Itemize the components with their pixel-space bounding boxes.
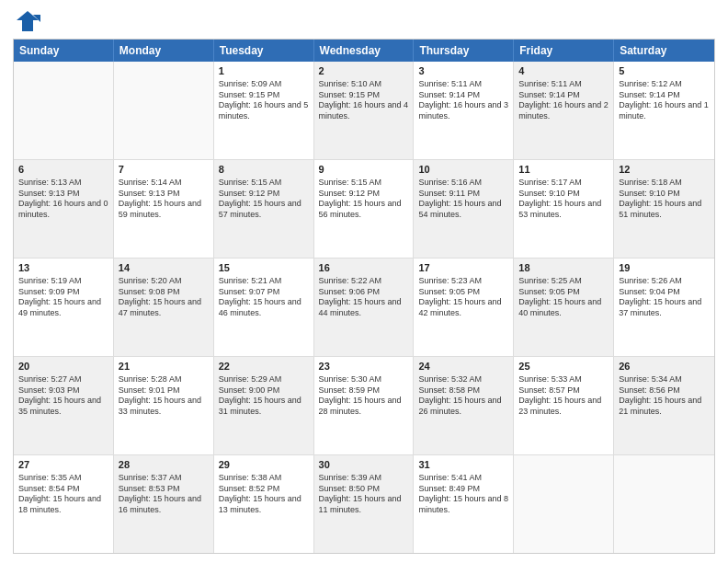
cell-info: Sunrise: 5:37 AM Sunset: 8:53 PM Dayligh… — [119, 473, 209, 516]
day-number: 17 — [418, 261, 508, 275]
weekday-header-saturday: Saturday — [614, 40, 714, 62]
week-row-5: 27Sunrise: 5:35 AM Sunset: 8:54 PM Dayli… — [14, 455, 714, 553]
calendar-cell-27: 27Sunrise: 5:35 AM Sunset: 8:54 PM Dayli… — [14, 455, 114, 553]
cell-info: Sunrise: 5:17 AM Sunset: 9:10 PM Dayligh… — [518, 178, 609, 221]
calendar-cell-10: 10Sunrise: 5:16 AM Sunset: 9:11 PM Dayli… — [414, 160, 514, 258]
cell-info: Sunrise: 5:12 AM Sunset: 9:14 PM Dayligh… — [619, 79, 710, 122]
calendar-cell-25: 25Sunrise: 5:33 AM Sunset: 8:57 PM Dayli… — [514, 357, 614, 454]
weekday-header-tuesday: Tuesday — [214, 40, 314, 62]
weekday-header-monday: Monday — [114, 40, 214, 62]
cell-info: Sunrise: 5:41 AM Sunset: 8:49 PM Dayligh… — [418, 473, 508, 516]
calendar-cell-empty — [114, 62, 214, 159]
calendar-cell-13: 13Sunrise: 5:19 AM Sunset: 9:09 PM Dayli… — [14, 259, 114, 356]
day-number: 3 — [418, 64, 508, 78]
calendar-cell-14: 14Sunrise: 5:20 AM Sunset: 9:08 PM Dayli… — [114, 259, 214, 356]
calendar-cell-17: 17Sunrise: 5:23 AM Sunset: 9:05 PM Dayli… — [414, 259, 514, 356]
day-number: 18 — [518, 261, 609, 275]
day-number: 9 — [319, 163, 409, 177]
cell-info: Sunrise: 5:38 AM Sunset: 8:52 PM Dayligh… — [219, 473, 309, 516]
day-number: 29 — [219, 458, 309, 472]
calendar-cell-15: 15Sunrise: 5:21 AM Sunset: 9:07 PM Dayli… — [214, 259, 314, 356]
cell-info: Sunrise: 5:19 AM Sunset: 9:09 PM Dayligh… — [18, 276, 108, 319]
cell-info: Sunrise: 5:15 AM Sunset: 9:12 PM Dayligh… — [219, 178, 309, 221]
calendar-cell-24: 24Sunrise: 5:32 AM Sunset: 8:58 PM Dayli… — [414, 357, 514, 454]
day-number: 22 — [219, 360, 309, 373]
day-number: 21 — [119, 360, 209, 373]
calendar-cell-23: 23Sunrise: 5:30 AM Sunset: 8:59 PM Dayli… — [314, 357, 415, 454]
cell-info: Sunrise: 5:27 AM Sunset: 9:03 PM Dayligh… — [18, 374, 108, 418]
day-number: 16 — [319, 261, 409, 275]
calendar-cell-31: 31Sunrise: 5:41 AM Sunset: 8:49 PM Dayli… — [414, 455, 514, 553]
cell-info: Sunrise: 5:14 AM Sunset: 9:13 PM Dayligh… — [119, 178, 209, 221]
cell-info: Sunrise: 5:11 AM Sunset: 9:14 PM Dayligh… — [418, 79, 508, 122]
cell-info: Sunrise: 5:20 AM Sunset: 9:08 PM Dayligh… — [119, 276, 209, 319]
day-number: 27 — [18, 458, 108, 472]
day-number: 4 — [518, 64, 609, 78]
week-row-3: 13Sunrise: 5:19 AM Sunset: 9:09 PM Dayli… — [14, 259, 714, 357]
day-number: 7 — [119, 163, 209, 177]
calendar-cell-8: 8Sunrise: 5:15 AM Sunset: 9:12 PM Daylig… — [214, 160, 314, 258]
cell-info: Sunrise: 5:26 AM Sunset: 9:04 PM Dayligh… — [619, 276, 710, 319]
calendar-cell-5: 5Sunrise: 5:12 AM Sunset: 9:14 PM Daylig… — [614, 62, 714, 159]
day-number: 1 — [219, 64, 309, 78]
day-number: 31 — [418, 458, 508, 472]
logo — [13, 9, 44, 33]
day-number: 30 — [319, 458, 409, 472]
day-number: 25 — [518, 360, 609, 373]
calendar-cell-30: 30Sunrise: 5:39 AM Sunset: 8:50 PM Dayli… — [314, 455, 415, 553]
header — [13, 9, 715, 33]
calendar-cell-1: 1Sunrise: 5:09 AM Sunset: 9:15 PM Daylig… — [214, 62, 314, 159]
calendar-body: 1Sunrise: 5:09 AM Sunset: 9:15 PM Daylig… — [14, 62, 714, 553]
calendar-cell-18: 18Sunrise: 5:25 AM Sunset: 9:05 PM Dayli… — [514, 259, 614, 356]
day-number: 26 — [619, 360, 710, 373]
cell-info: Sunrise: 5:28 AM Sunset: 9:01 PM Dayligh… — [119, 374, 209, 418]
calendar-cell-empty — [614, 455, 714, 553]
calendar-cell-empty — [14, 62, 114, 159]
cell-info: Sunrise: 5:29 AM Sunset: 9:00 PM Dayligh… — [219, 374, 309, 418]
weekday-header-sunday: Sunday — [14, 40, 114, 62]
week-row-4: 20Sunrise: 5:27 AM Sunset: 9:03 PM Dayli… — [14, 357, 714, 455]
cell-info: Sunrise: 5:11 AM Sunset: 9:14 PM Dayligh… — [518, 79, 609, 122]
day-number: 12 — [619, 163, 710, 177]
calendar-cell-12: 12Sunrise: 5:18 AM Sunset: 9:10 PM Dayli… — [614, 160, 714, 258]
cell-info: Sunrise: 5:15 AM Sunset: 9:12 PM Dayligh… — [319, 178, 409, 221]
calendar-cell-16: 16Sunrise: 5:22 AM Sunset: 9:06 PM Dayli… — [314, 259, 415, 356]
cell-info: Sunrise: 5:10 AM Sunset: 9:15 PM Dayligh… — [319, 79, 409, 122]
week-row-2: 6Sunrise: 5:13 AM Sunset: 9:13 PM Daylig… — [14, 160, 714, 259]
day-number: 13 — [18, 261, 108, 275]
day-number: 10 — [418, 163, 508, 177]
cell-info: Sunrise: 5:18 AM Sunset: 9:10 PM Dayligh… — [619, 178, 710, 221]
cell-info: Sunrise: 5:39 AM Sunset: 8:50 PM Dayligh… — [319, 473, 409, 516]
day-number: 15 — [219, 261, 309, 275]
logo-icon — [13, 9, 40, 33]
day-number: 24 — [418, 360, 508, 373]
day-number: 8 — [219, 163, 309, 177]
calendar-cell-22: 22Sunrise: 5:29 AM Sunset: 9:00 PM Dayli… — [214, 357, 314, 454]
calendar-cell-3: 3Sunrise: 5:11 AM Sunset: 9:14 PM Daylig… — [414, 62, 514, 159]
day-number: 19 — [619, 261, 710, 275]
cell-info: Sunrise: 5:21 AM Sunset: 9:07 PM Dayligh… — [219, 276, 309, 319]
cell-info: Sunrise: 5:30 AM Sunset: 8:59 PM Dayligh… — [319, 374, 409, 418]
day-number: 5 — [619, 64, 710, 78]
calendar-cell-26: 26Sunrise: 5:34 AM Sunset: 8:56 PM Dayli… — [614, 357, 714, 454]
calendar-cell-7: 7Sunrise: 5:14 AM Sunset: 9:13 PM Daylig… — [114, 160, 214, 258]
calendar-cell-9: 9Sunrise: 5:15 AM Sunset: 9:12 PM Daylig… — [314, 160, 415, 258]
day-number: 23 — [319, 360, 409, 373]
calendar-cell-21: 21Sunrise: 5:28 AM Sunset: 9:01 PM Dayli… — [114, 357, 214, 454]
calendar-cell-11: 11Sunrise: 5:17 AM Sunset: 9:10 PM Dayli… — [514, 160, 614, 258]
day-number: 20 — [18, 360, 108, 373]
day-number: 28 — [119, 458, 209, 472]
cell-info: Sunrise: 5:25 AM Sunset: 9:05 PM Dayligh… — [518, 276, 609, 319]
cell-info: Sunrise: 5:35 AM Sunset: 8:54 PM Dayligh… — [18, 473, 108, 516]
calendar-cell-empty — [514, 455, 614, 553]
calendar-cell-29: 29Sunrise: 5:38 AM Sunset: 8:52 PM Dayli… — [214, 455, 314, 553]
cell-info: Sunrise: 5:22 AM Sunset: 9:06 PM Dayligh… — [319, 276, 409, 319]
day-number: 14 — [119, 261, 209, 275]
cell-info: Sunrise: 5:32 AM Sunset: 8:58 PM Dayligh… — [418, 374, 508, 418]
calendar-cell-6: 6Sunrise: 5:13 AM Sunset: 9:13 PM Daylig… — [14, 160, 114, 258]
cell-info: Sunrise: 5:34 AM Sunset: 8:56 PM Dayligh… — [619, 374, 710, 418]
cell-info: Sunrise: 5:13 AM Sunset: 9:13 PM Dayligh… — [18, 178, 108, 221]
calendar-cell-20: 20Sunrise: 5:27 AM Sunset: 9:03 PM Dayli… — [14, 357, 114, 454]
day-number: 11 — [518, 163, 609, 177]
calendar-cell-19: 19Sunrise: 5:26 AM Sunset: 9:04 PM Dayli… — [614, 259, 714, 356]
